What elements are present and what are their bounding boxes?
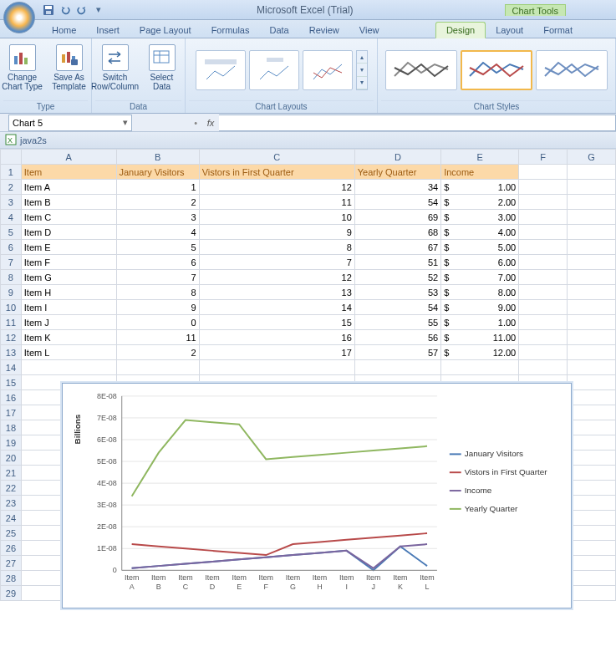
row-header[interactable]: 1 <box>1 165 22 180</box>
cell[interactable]: $12.00 <box>441 345 519 360</box>
cell[interactable]: 34 <box>354 180 440 195</box>
save-icon[interactable] <box>42 3 55 17</box>
cell[interactable]: Item H <box>21 285 116 300</box>
column-header[interactable]: A <box>21 150 116 165</box>
cell[interactable]: 55 <box>354 315 440 330</box>
row-header[interactable]: 11 <box>1 315 22 330</box>
cell[interactable]: Item E <box>21 240 116 255</box>
cell[interactable]: $4.00 <box>441 225 519 240</box>
row-header[interactable]: 6 <box>1 240 22 255</box>
header-cell[interactable]: Yearly Quarter <box>354 165 440 180</box>
row-header[interactable]: 14 <box>1 360 22 375</box>
cell[interactable]: $3.00 <box>441 210 519 225</box>
tab-view[interactable]: View <box>349 23 389 38</box>
cell[interactable]: 15 <box>199 315 354 330</box>
cell[interactable]: 8 <box>116 285 199 300</box>
cell[interactable]: 1 <box>116 180 199 195</box>
cell[interactable]: Item C <box>21 210 116 225</box>
undo-icon[interactable] <box>59 3 72 17</box>
cell[interactable]: 52 <box>354 270 440 285</box>
row-header[interactable]: 23 <box>1 496 22 511</box>
cell[interactable]: 13 <box>199 285 354 300</box>
cell[interactable]: 8 <box>199 240 354 255</box>
cell[interactable]: 12 <box>199 270 354 285</box>
row-header[interactable]: 21 <box>1 466 22 481</box>
cell[interactable]: 69 <box>354 210 440 225</box>
select-data-button[interactable]: Select Data <box>141 43 183 98</box>
cell[interactable]: Item A <box>21 180 116 195</box>
column-header[interactable]: D <box>354 150 440 165</box>
cell[interactable]: Item D <box>21 225 116 240</box>
fx-icon[interactable]: fx <box>202 118 219 128</box>
layout-option-1[interactable] <box>196 50 246 90</box>
row-header[interactable]: 9 <box>1 285 22 300</box>
row-header[interactable]: 25 <box>1 526 22 541</box>
name-box[interactable]: Chart 5 ▾ <box>8 115 132 131</box>
row-header[interactable]: 3 <box>1 195 22 210</box>
row-header[interactable]: 8 <box>1 270 22 285</box>
cell[interactable]: $7.00 <box>441 270 519 285</box>
formula-input[interactable] <box>219 115 616 131</box>
tab-data[interactable]: Data <box>259 23 298 38</box>
row-header[interactable]: 26 <box>1 541 22 556</box>
cell[interactable]: Item G <box>21 270 116 285</box>
row-header[interactable]: 22 <box>1 481 22 496</box>
header-cell[interactable]: January Visitors <box>116 165 199 180</box>
cell[interactable]: 68 <box>354 225 440 240</box>
row-header[interactable]: 28 <box>1 571 22 586</box>
cell[interactable]: $11.00 <box>441 330 519 345</box>
layout-option-3[interactable] <box>303 50 353 90</box>
cell[interactable]: 14 <box>199 300 354 315</box>
header-cell[interactable]: Item <box>21 165 116 180</box>
style-option-1[interactable] <box>385 50 457 90</box>
cell[interactable]: 6 <box>116 255 199 270</box>
cell[interactable]: 2 <box>116 345 199 360</box>
row-header[interactable]: 7 <box>1 255 22 270</box>
tab-formulas[interactable]: Formulas <box>201 23 260 38</box>
select-all-corner[interactable] <box>1 150 22 165</box>
cell[interactable]: 11 <box>199 195 354 210</box>
cell[interactable]: $2.00 <box>441 195 519 210</box>
cell[interactable]: 57 <box>354 345 440 360</box>
cell[interactable]: Item B <box>21 195 116 210</box>
layout-option-2[interactable] <box>249 50 299 90</box>
cell[interactable]: 12 <box>199 180 354 195</box>
embedded-chart[interactable]: 01E-082E-083E-084E-085E-086E-087E-088E-0… <box>62 383 572 608</box>
header-cell[interactable]: Vistors in First Quarter <box>199 165 354 180</box>
cell[interactable]: 9 <box>199 225 354 240</box>
column-header[interactable]: G <box>568 150 616 165</box>
cell[interactable]: Item J <box>21 315 116 330</box>
worksheet[interactable]: ABCDEFG1ItemJanuary VisitorsVistors in F… <box>0 149 616 655</box>
row-header[interactable]: 19 <box>1 435 22 451</box>
cell[interactable]: 67 <box>354 240 440 255</box>
tab-insert[interactable]: Insert <box>86 23 130 38</box>
row-header[interactable]: 29 <box>1 586 22 601</box>
cell[interactable]: 53 <box>354 285 440 300</box>
office-button[interactable] <box>3 2 35 33</box>
row-header[interactable]: 16 <box>1 390 22 405</box>
cell[interactable]: 54 <box>354 195 440 210</box>
cell[interactable]: 7 <box>116 270 199 285</box>
cell[interactable]: $5.00 <box>441 240 519 255</box>
cell[interactable]: 56 <box>354 330 440 345</box>
column-header[interactable]: C <box>199 150 354 165</box>
cell[interactable]: Item F <box>21 255 116 270</box>
cell[interactable]: 54 <box>354 300 440 315</box>
tab-page-layout[interactable]: Page Layout <box>130 23 201 38</box>
tab-design[interactable]: Design <box>435 22 486 38</box>
cell[interactable]: 3 <box>116 210 199 225</box>
cell[interactable]: Item L <box>21 345 116 360</box>
column-header[interactable]: B <box>116 150 199 165</box>
cell[interactable]: 0 <box>116 315 199 330</box>
row-header[interactable]: 17 <box>1 405 22 420</box>
cell[interactable]: $1.00 <box>441 315 519 330</box>
cell[interactable]: 4 <box>116 225 199 240</box>
row-header[interactable]: 2 <box>1 180 22 195</box>
cell[interactable]: $6.00 <box>441 255 519 270</box>
style-option-2[interactable] <box>461 50 532 90</box>
header-cell[interactable]: Income <box>441 165 519 180</box>
row-header[interactable]: 10 <box>1 300 22 315</box>
cell[interactable]: Item K <box>21 330 116 345</box>
tab-layout[interactable]: Layout <box>486 23 533 38</box>
style-option-3[interactable] <box>536 50 608 90</box>
